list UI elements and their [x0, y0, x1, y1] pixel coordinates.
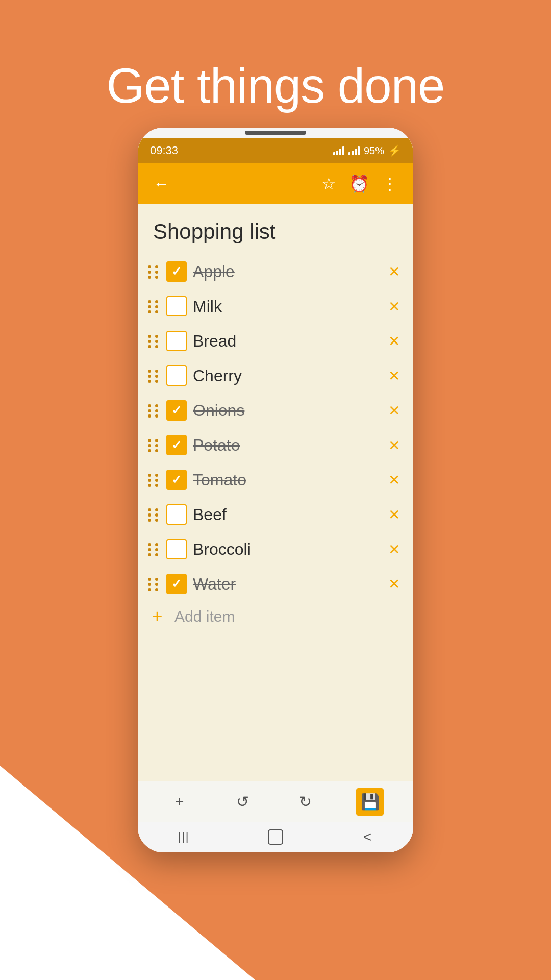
delete-button-4[interactable]: ✕: [385, 366, 403, 385]
delete-button-1[interactable]: ✕: [385, 262, 403, 281]
add-item-label: Add item: [174, 608, 235, 625]
back-button[interactable]: ←: [150, 173, 172, 195]
item-text-9: Broccoli: [193, 540, 379, 559]
drag-handle-icon[interactable]: [148, 439, 160, 451]
delete-button-6[interactable]: ✕: [385, 436, 403, 454]
checkbox-9[interactable]: [166, 539, 187, 559]
battery-icon: ⚡: [388, 144, 401, 157]
list-item: Bread✕: [138, 324, 413, 358]
item-text-1: Apple: [193, 262, 379, 281]
undo-button[interactable]: ↺: [230, 789, 255, 815]
recents-icon: |||: [178, 830, 189, 844]
delete-button-8[interactable]: ✕: [385, 505, 403, 524]
checkbox-6[interactable]: [166, 435, 187, 455]
status-right: 95% ⚡: [333, 144, 401, 157]
delete-button-2[interactable]: ✕: [385, 297, 403, 315]
drag-handle-icon[interactable]: [148, 404, 160, 416]
list-title: Shopping list: [138, 214, 413, 254]
list-item: Onions✕: [138, 393, 413, 428]
item-text-7: Tomato: [193, 471, 379, 489]
list-item: Water✕: [138, 567, 413, 601]
add-item-row[interactable]: + Add item: [138, 601, 413, 632]
home-button[interactable]: [260, 827, 291, 847]
list-item: Potato✕: [138, 428, 413, 462]
list-item: Broccoli✕: [138, 532, 413, 567]
drag-handle-icon[interactable]: [148, 370, 160, 382]
delete-button-10[interactable]: ✕: [385, 575, 403, 593]
delete-button-3[interactable]: ✕: [385, 332, 403, 350]
back-nav-button[interactable]: <: [352, 827, 383, 847]
delete-button-5[interactable]: ✕: [385, 401, 403, 420]
phone-screen: 09:33 95% ⚡: [138, 138, 413, 852]
star-button[interactable]: ☆: [317, 173, 340, 195]
checkbox-5[interactable]: [166, 400, 187, 421]
save-icon: 💾: [361, 793, 380, 811]
battery-percent: 95%: [364, 145, 384, 157]
drag-handle-icon[interactable]: [148, 265, 160, 278]
list-item: Apple✕: [138, 254, 413, 289]
drag-handle-icon[interactable]: [148, 335, 160, 347]
phone-notch: [245, 131, 306, 135]
item-text-6: Potato: [193, 436, 379, 455]
checkbox-1[interactable]: [166, 261, 187, 282]
phone-mockup: 09:33 95% ⚡: [138, 128, 413, 852]
item-text-4: Cherry: [193, 366, 379, 385]
signal-icon: [333, 146, 344, 155]
add-note-button[interactable]: +: [167, 789, 192, 815]
drag-handle-icon[interactable]: [148, 508, 160, 521]
add-plus-icon: +: [148, 607, 166, 626]
list-item: Milk✕: [138, 289, 413, 324]
alarm-button[interactable]: ⏰: [348, 173, 370, 195]
back-nav-icon: <: [363, 829, 371, 845]
phone-notch-bar: [138, 128, 413, 138]
signal-icon-2: [348, 146, 360, 155]
drag-handle-icon[interactable]: [148, 543, 160, 555]
checkbox-8[interactable]: [166, 504, 187, 525]
home-icon: [268, 829, 283, 845]
checkbox-4[interactable]: [166, 365, 187, 386]
content-area: Shopping list Apple✕Milk✕Bread✕Cherry✕On…: [138, 204, 413, 781]
item-text-5: Onions: [193, 401, 379, 420]
item-text-2: Milk: [193, 297, 379, 316]
list-item: Cherry✕: [138, 358, 413, 393]
list-item: Beef✕: [138, 497, 413, 532]
checkbox-3[interactable]: [166, 331, 187, 351]
delete-button-9[interactable]: ✕: [385, 540, 403, 558]
list-item: Tomato✕: [138, 462, 413, 497]
checkbox-2[interactable]: [166, 296, 187, 316]
checkbox-10[interactable]: [166, 574, 187, 594]
app-bar: ← ☆ ⏰ ⋮: [138, 163, 413, 204]
status-time: 09:33: [150, 144, 178, 157]
drag-handle-icon[interactable]: [148, 300, 160, 312]
recents-button[interactable]: |||: [168, 827, 199, 847]
item-text-3: Bread: [193, 332, 379, 351]
status-bar: 09:33 95% ⚡: [138, 138, 413, 163]
menu-button[interactable]: ⋮: [379, 173, 401, 195]
save-button[interactable]: 💾: [356, 788, 384, 816]
delete-button-7[interactable]: ✕: [385, 471, 403, 489]
drag-handle-icon[interactable]: [148, 578, 160, 590]
nav-bar: ||| <: [138, 822, 413, 852]
page-title: Get things done: [0, 58, 551, 114]
item-text-8: Beef: [193, 505, 379, 524]
item-text-10: Water: [193, 575, 379, 594]
bottom-bar: + ↺ ↻ 💾: [138, 781, 413, 822]
redo-button[interactable]: ↻: [293, 789, 318, 815]
drag-handle-icon[interactable]: [148, 474, 160, 486]
todo-list: Apple✕Milk✕Bread✕Cherry✕Onions✕Potato✕To…: [138, 254, 413, 601]
checkbox-7[interactable]: [166, 470, 187, 490]
